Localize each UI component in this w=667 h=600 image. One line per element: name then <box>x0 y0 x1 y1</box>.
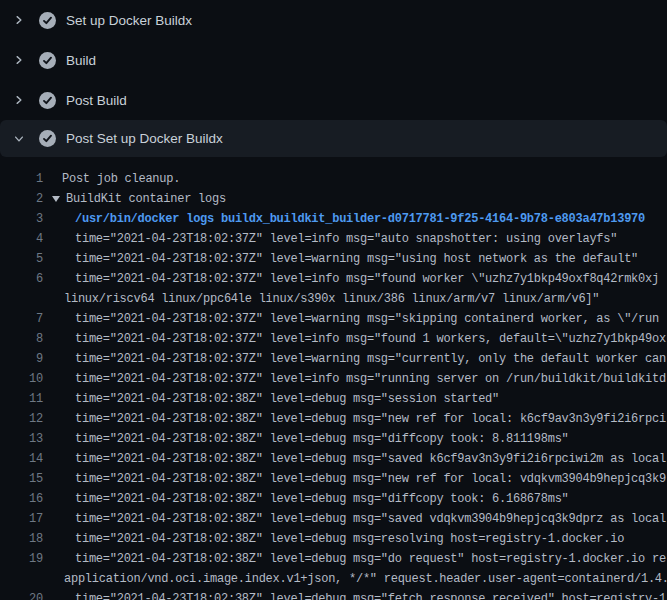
log-line-number[interactable]: 17 <box>0 509 43 529</box>
step-label: Post Set up Docker Buildx <box>66 131 223 146</box>
log-line-text: time="2021-04-23T18:02:38Z" level=debug … <box>43 549 666 569</box>
log-line-text: time="2021-04-23T18:02:38Z" level=debug … <box>43 469 666 489</box>
log-line-text: time="2021-04-23T18:02:37Z" level=info m… <box>43 329 666 349</box>
triangle-down-icon[interactable] <box>52 196 60 202</box>
step-header-post-build[interactable]: Post Build <box>0 80 667 120</box>
log-line: 18 time="2021-04-23T18:02:38Z" level=deb… <box>0 529 667 549</box>
log-line: 2 BuildKit container logs <box>0 189 667 209</box>
log-line-number[interactable]: 5 <box>0 249 43 269</box>
log-line-number[interactable]: 12 <box>0 409 43 429</box>
log-line: 11 time="2021-04-23T18:02:38Z" level=deb… <box>0 389 667 409</box>
log-line-number[interactable]: 3 <box>0 209 43 229</box>
log-line: 8 time="2021-04-23T18:02:37Z" level=info… <box>0 329 667 349</box>
log-line-number[interactable]: 11 <box>0 389 43 409</box>
log-group-row[interactable]: BuildKit container logs <box>43 189 226 209</box>
chevron-right-icon[interactable] <box>12 14 26 26</box>
log-line-number[interactable]: 19 <box>0 549 43 569</box>
step-header-set-up-docker-buildx[interactable]: Set up Docker Buildx <box>0 0 667 40</box>
log-line-text: /usr/bin/docker logs buildx_buildkit_bui… <box>43 209 645 229</box>
log-line-text: time="2021-04-23T18:02:37Z" level=info m… <box>43 269 659 289</box>
log-line-number[interactable] <box>0 569 43 589</box>
log-line-text: time="2021-04-23T18:02:37Z" level=warnin… <box>43 249 638 269</box>
check-circle-icon <box>39 12 56 29</box>
log-line-text: linux/riscv64 linux/ppc64le linux/s390x … <box>43 289 599 309</box>
log-line-number[interactable]: 8 <box>0 329 43 349</box>
log-line-number[interactable]: 1 <box>0 169 43 189</box>
log-line-number[interactable]: 20 <box>0 589 43 600</box>
log-group-label: BuildKit container logs <box>66 189 226 209</box>
check-circle-icon <box>39 130 56 147</box>
log-line: 19 time="2021-04-23T18:02:38Z" level=deb… <box>0 549 667 569</box>
log-line-text: time="2021-04-23T18:02:38Z" level=debug … <box>43 389 499 409</box>
log-line: 1 Post job cleanup. <box>0 169 667 189</box>
step-header-post-set-up-docker-buildx[interactable]: Post Set up Docker Buildx <box>0 120 667 157</box>
log-line-number[interactable]: 4 <box>0 229 43 249</box>
log-line-number[interactable]: 7 <box>0 309 43 329</box>
log-line: 4 time="2021-04-23T18:02:37Z" level=info… <box>0 229 667 249</box>
step-label: Post Build <box>66 93 127 108</box>
chevron-right-icon[interactable] <box>12 54 26 66</box>
log-line-number[interactable]: 10 <box>0 369 43 389</box>
log-line: 6 time="2021-04-23T18:02:37Z" level=info… <box>0 269 667 289</box>
log-line: 9 time="2021-04-23T18:02:37Z" level=warn… <box>0 349 667 369</box>
log-line: 16 time="2021-04-23T18:02:38Z" level=deb… <box>0 489 667 509</box>
log-line: 10 time="2021-04-23T18:02:37Z" level=inf… <box>0 369 667 389</box>
job-steps-list: Set up Docker Buildx Build Post Build Po… <box>0 0 667 157</box>
log-line-text: time="2021-04-23T18:02:37Z" level=warnin… <box>43 349 666 369</box>
log-line: 17 time="2021-04-23T18:02:38Z" level=deb… <box>0 509 667 529</box>
log-line-number[interactable]: 6 <box>0 269 43 289</box>
log-line-text: Post job cleanup. <box>43 169 180 189</box>
log-line-text: time="2021-04-23T18:02:37Z" level=info m… <box>43 229 617 249</box>
log-line-number[interactable]: 13 <box>0 429 43 449</box>
chevron-down-icon[interactable] <box>12 133 26 145</box>
log-line-text: time="2021-04-23T18:02:38Z" level=debug … <box>43 429 569 449</box>
log-line: 7 time="2021-04-23T18:02:37Z" level=warn… <box>0 309 667 329</box>
log-line: 20 time="2021-04-23T18:02:38Z" level=deb… <box>0 589 667 600</box>
log-line-text: application/vnd.oci.image.index.v1+json,… <box>43 569 667 589</box>
log-line-number[interactable]: 14 <box>0 449 43 469</box>
log-line-text: time="2021-04-23T18:02:38Z" level=debug … <box>43 529 624 549</box>
chevron-right-icon[interactable] <box>12 94 26 106</box>
step-header-build[interactable]: Build <box>0 40 667 80</box>
log-line: application/vnd.oci.image.index.v1+json,… <box>0 569 667 589</box>
log-line-number[interactable]: 16 <box>0 489 43 509</box>
log-line-text: time="2021-04-23T18:02:37Z" level=info m… <box>43 369 666 389</box>
log-line-number[interactable] <box>0 289 43 309</box>
log-line-number[interactable]: 2 <box>0 189 43 209</box>
check-circle-icon <box>39 52 56 69</box>
log-line-number[interactable]: 18 <box>0 529 43 549</box>
log-line: 14 time="2021-04-23T18:02:38Z" level=deb… <box>0 449 667 469</box>
log-line: linux/riscv64 linux/ppc64le linux/s390x … <box>0 289 667 309</box>
log-line: 3 /usr/bin/docker logs buildx_buildkit_b… <box>0 209 667 229</box>
log-line-text: time="2021-04-23T18:02:38Z" level=debug … <box>43 409 666 429</box>
log-line-number[interactable]: 9 <box>0 349 43 369</box>
log-line-text: time="2021-04-23T18:02:38Z" level=debug … <box>43 589 666 600</box>
log-line-number[interactable]: 15 <box>0 469 43 489</box>
log-line-text: time="2021-04-23T18:02:38Z" level=debug … <box>43 449 666 469</box>
log-line-text: time="2021-04-23T18:02:38Z" level=debug … <box>43 489 569 509</box>
log-line-text: time="2021-04-23T18:02:37Z" level=warnin… <box>43 309 659 329</box>
check-circle-icon <box>39 92 56 109</box>
step-label: Set up Docker Buildx <box>66 13 192 28</box>
log-line: 5 time="2021-04-23T18:02:37Z" level=warn… <box>0 249 667 269</box>
log-line-text: time="2021-04-23T18:02:38Z" level=debug … <box>43 509 666 529</box>
log-line: 15 time="2021-04-23T18:02:38Z" level=deb… <box>0 469 667 489</box>
log-line: 12 time="2021-04-23T18:02:38Z" level=deb… <box>0 409 667 429</box>
step-log-output: 1 Post job cleanup. 2 BuildKit container… <box>0 166 667 600</box>
step-label: Build <box>66 53 96 68</box>
log-line: 13 time="2021-04-23T18:02:38Z" level=deb… <box>0 429 667 449</box>
